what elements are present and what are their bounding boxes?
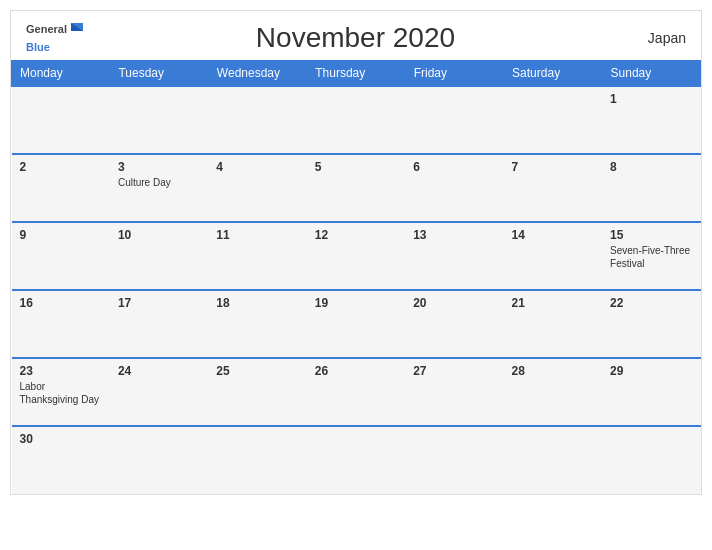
calendar-day: 1: [602, 86, 700, 154]
day-number: 8: [610, 160, 692, 174]
calendar-day: 2: [12, 154, 110, 222]
day-number: 19: [315, 296, 397, 310]
calendar-day: 23Labor Thanksgiving Day: [12, 358, 110, 426]
day-number: 10: [118, 228, 200, 242]
calendar-day: [110, 86, 208, 154]
col-sunday: Sunday: [602, 61, 700, 87]
day-number: 12: [315, 228, 397, 242]
calendar-day: [602, 426, 700, 494]
calendar-day: 19: [307, 290, 405, 358]
calendar-day: 17: [110, 290, 208, 358]
calendar-container: General Blue November 2020 Japan Monday …: [10, 10, 702, 495]
country-label: Japan: [626, 30, 686, 46]
day-number: 5: [315, 160, 397, 174]
day-number: 30: [20, 432, 102, 446]
day-number: 14: [512, 228, 594, 242]
day-number: 1: [610, 92, 692, 106]
calendar-day: 7: [504, 154, 602, 222]
day-event: Seven-Five-Three Festival: [610, 244, 692, 270]
calendar-day: 20: [405, 290, 503, 358]
calendar-day: 15Seven-Five-Three Festival: [602, 222, 700, 290]
calendar-day: 28: [504, 358, 602, 426]
calendar-day: 21: [504, 290, 602, 358]
calendar-day: [307, 86, 405, 154]
day-number: 3: [118, 160, 200, 174]
day-number: 6: [413, 160, 495, 174]
col-monday: Monday: [12, 61, 110, 87]
calendar-day: 13: [405, 222, 503, 290]
logo: General Blue: [26, 21, 85, 55]
day-event: Labor Thanksgiving Day: [20, 380, 102, 406]
calendar-day: 27: [405, 358, 503, 426]
calendar-week-1: 1: [12, 86, 701, 154]
calendar-week-3: 9101112131415Seven-Five-Three Festival: [12, 222, 701, 290]
col-friday: Friday: [405, 61, 503, 87]
calendar-title: November 2020: [85, 22, 626, 54]
day-number: 17: [118, 296, 200, 310]
col-wednesday: Wednesday: [208, 61, 306, 87]
calendar-week-4: 16171819202122: [12, 290, 701, 358]
calendar-day: [110, 426, 208, 494]
day-number: 4: [216, 160, 298, 174]
day-number: 27: [413, 364, 495, 378]
calendar-day: [208, 86, 306, 154]
day-number: 25: [216, 364, 298, 378]
calendar-day: 24: [110, 358, 208, 426]
calendar-week-6: 30: [12, 426, 701, 494]
logo-blue-text: Blue: [26, 41, 50, 53]
day-number: 26: [315, 364, 397, 378]
col-thursday: Thursday: [307, 61, 405, 87]
calendar-day: 11: [208, 222, 306, 290]
day-number: 15: [610, 228, 692, 242]
calendar-header: General Blue November 2020 Japan: [11, 11, 701, 60]
calendar-day: 12: [307, 222, 405, 290]
calendar-week-5: 23Labor Thanksgiving Day242526272829: [12, 358, 701, 426]
day-number: 18: [216, 296, 298, 310]
calendar-day: [208, 426, 306, 494]
calendar-grid: Monday Tuesday Wednesday Thursday Friday…: [11, 60, 701, 494]
calendar-day: [12, 86, 110, 154]
day-number: 28: [512, 364, 594, 378]
col-tuesday: Tuesday: [110, 61, 208, 87]
calendar-day: 18: [208, 290, 306, 358]
calendar-day: 26: [307, 358, 405, 426]
logo-flag-icon: [69, 21, 85, 37]
calendar-day: 10: [110, 222, 208, 290]
day-number: 2: [20, 160, 102, 174]
calendar-week-2: 23Culture Day45678: [12, 154, 701, 222]
calendar-day: 6: [405, 154, 503, 222]
calendar-day: 8: [602, 154, 700, 222]
calendar-day: [405, 86, 503, 154]
day-number: 24: [118, 364, 200, 378]
day-number: 9: [20, 228, 102, 242]
day-number: 16: [20, 296, 102, 310]
day-event: Culture Day: [118, 176, 200, 189]
calendar-day: [405, 426, 503, 494]
calendar-day: 3Culture Day: [110, 154, 208, 222]
day-number: 7: [512, 160, 594, 174]
calendar-day: 16: [12, 290, 110, 358]
calendar-day: [504, 86, 602, 154]
day-number: 29: [610, 364, 692, 378]
calendar-day: 14: [504, 222, 602, 290]
col-saturday: Saturday: [504, 61, 602, 87]
day-number: 20: [413, 296, 495, 310]
header-row: Monday Tuesday Wednesday Thursday Friday…: [12, 61, 701, 87]
calendar-day: 22: [602, 290, 700, 358]
calendar-day: 25: [208, 358, 306, 426]
calendar-day: 9: [12, 222, 110, 290]
logo-general-text: General: [26, 23, 67, 35]
day-number: 21: [512, 296, 594, 310]
calendar-day: [504, 426, 602, 494]
calendar-day: 30: [12, 426, 110, 494]
day-number: 23: [20, 364, 102, 378]
day-number: 13: [413, 228, 495, 242]
day-number: 22: [610, 296, 692, 310]
calendar-day: 5: [307, 154, 405, 222]
calendar-day: 29: [602, 358, 700, 426]
calendar-day: [307, 426, 405, 494]
calendar-day: 4: [208, 154, 306, 222]
day-number: 11: [216, 228, 298, 242]
